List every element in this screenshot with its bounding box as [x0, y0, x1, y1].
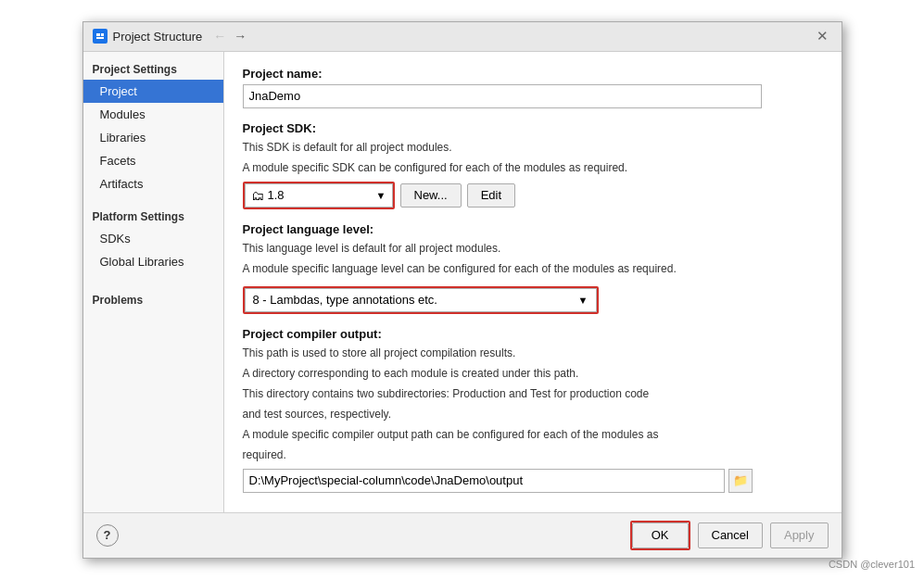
sidebar-item-sdks[interactable]: SDKs — [83, 227, 223, 250]
sdk-description-1: This SDK is default for all project modu… — [243, 139, 823, 156]
svg-rect-1 — [96, 33, 100, 36]
footer-right: OK Cancel Apply — [630, 521, 829, 550]
sidebar: Project Settings Project Modules Librari… — [83, 52, 224, 512]
sidebar-item-libraries[interactable]: Libraries — [83, 126, 223, 149]
compiler-description-2: A directory corresponding to each module… — [243, 365, 823, 382]
sidebar-item-global-libraries[interactable]: Global Libraries — [83, 250, 223, 273]
ok-btn-wrapper: OK — [630, 521, 690, 550]
title-bar-left: Project Structure ← → — [93, 29, 249, 44]
sdk-edit-button[interactable]: Edit — [467, 183, 515, 208]
sdk-new-button[interactable]: New... — [400, 183, 462, 208]
compiler-description-6: required. — [243, 447, 823, 463]
lang-description-2: A module specific language level can be … — [243, 260, 823, 277]
project-settings-section-label: Project Settings — [83, 56, 223, 80]
nav-arrows: ← → — [211, 29, 248, 44]
lang-description-1: This language level is default for all p… — [243, 240, 823, 257]
dialog-body: Project Settings Project Modules Librari… — [83, 52, 842, 512]
sdk-dropdown[interactable]: 🗂 1.8 ▼ — [245, 183, 393, 208]
sidebar-item-project[interactable]: Project — [83, 80, 223, 103]
lang-value: 8 - Lambdas, type annotations etc. — [253, 293, 437, 307]
back-button[interactable]: ← — [211, 29, 228, 44]
window-title: Project Structure — [113, 30, 203, 44]
cancel-button[interactable]: Cancel — [698, 522, 763, 548]
platform-settings-section-label: Platform Settings — [83, 203, 223, 227]
watermark: CSDN @clever101 — [829, 559, 915, 570]
sdk-chevron-icon: ▼ — [376, 190, 386, 201]
sidebar-item-artifacts[interactable]: Artifacts — [83, 172, 223, 195]
sdk-folder-icon: 🗂 — [251, 188, 264, 203]
sdk-dropdown-wrapper: 🗂 1.8 ▼ — [243, 182, 395, 209]
compiler-section-label: Project compiler output: — [243, 327, 823, 341]
svg-rect-3 — [96, 37, 104, 39]
folder-icon: 📁 — [733, 473, 748, 487]
sdk-row: 🗂 1.8 ▼ New... Edit — [243, 182, 823, 209]
close-button[interactable]: ✕ — [813, 26, 832, 46]
title-bar: Project Structure ← → ✕ — [83, 22, 842, 52]
main-content: Project name: Project SDK: This SDK is d… — [224, 52, 842, 512]
footer-left: ? — [96, 524, 119, 547]
help-button[interactable]: ? — [96, 524, 119, 547]
apply-button[interactable]: Apply — [770, 522, 829, 548]
ok-button[interactable]: OK — [632, 522, 689, 548]
compiler-description-5: A module specific compiler output path c… — [243, 426, 823, 443]
dialog-footer: ? OK Cancel Apply — [83, 512, 842, 558]
project-name-input[interactable] — [243, 84, 762, 108]
forward-button[interactable]: → — [232, 29, 248, 44]
lang-section-label: Project language level: — [243, 222, 823, 236]
output-path-folder-button[interactable]: 📁 — [728, 469, 753, 493]
project-name-label: Project name: — [243, 67, 823, 81]
sidebar-item-modules[interactable]: Modules — [83, 103, 223, 126]
output-path-row: 📁 — [243, 469, 823, 493]
svg-rect-2 — [101, 33, 104, 36]
sdk-section-label: Project SDK: — [243, 121, 823, 135]
project-structure-dialog: Project Structure ← → ✕ Project Settings… — [82, 21, 842, 559]
problems-section-label: Problems — [83, 286, 223, 310]
sidebar-item-facets[interactable]: Facets — [83, 149, 223, 172]
lang-dropdown[interactable]: 8 - Lambdas, type annotations etc. ▼ — [245, 288, 597, 312]
compiler-description-3: This directory contains two subdirectori… — [243, 385, 823, 402]
output-path-input[interactable] — [243, 469, 725, 493]
sdk-description-2: A module specific SDK can be configured … — [243, 159, 823, 176]
sdk-value: 1.8 — [268, 188, 285, 202]
app-icon — [93, 29, 108, 44]
lang-dropdown-wrapper: 8 - Lambdas, type annotations etc. ▼ — [243, 286, 599, 314]
compiler-description-4: and test sources, respectively. — [243, 406, 823, 422]
compiler-description-1: This path is used to store all project c… — [243, 345, 823, 361]
lang-chevron-icon: ▼ — [578, 295, 589, 306]
